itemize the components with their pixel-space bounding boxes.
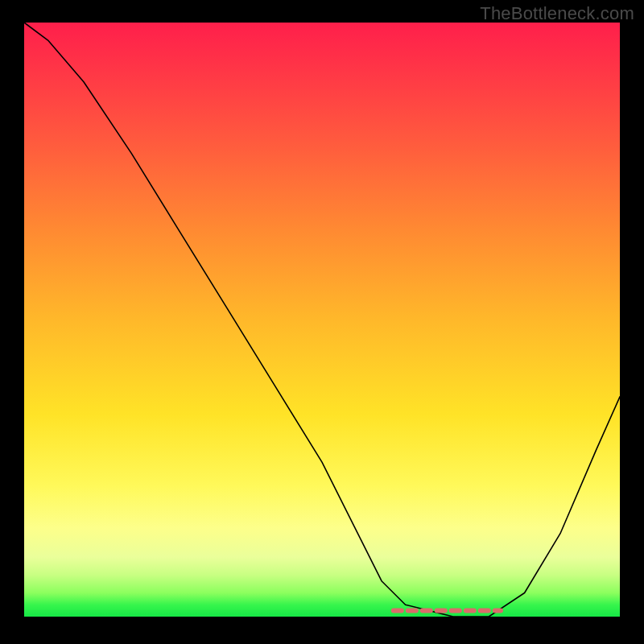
chart-svg: [24, 23, 620, 617]
bottleneck-curve: [24, 23, 620, 617]
chart-plot-area: [24, 23, 620, 617]
chart-frame: TheBottleneck.com: [0, 0, 644, 644]
watermark-text: TheBottleneck.com: [480, 3, 634, 24]
